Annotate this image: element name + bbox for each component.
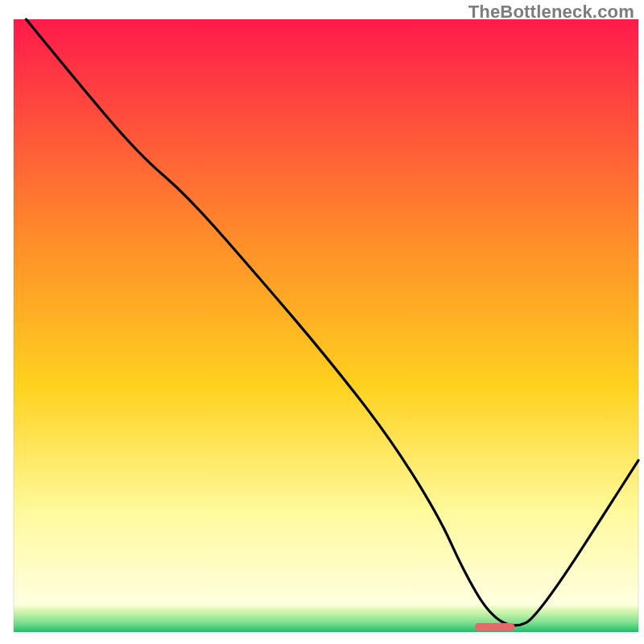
plot-background — [14, 19, 638, 632]
chart-svg — [0, 0, 644, 644]
watermark-text: TheBottleneck.com — [469, 2, 634, 23]
chart-container: TheBottleneck.com — [0, 0, 644, 644]
selected-range-marker — [475, 623, 515, 631]
